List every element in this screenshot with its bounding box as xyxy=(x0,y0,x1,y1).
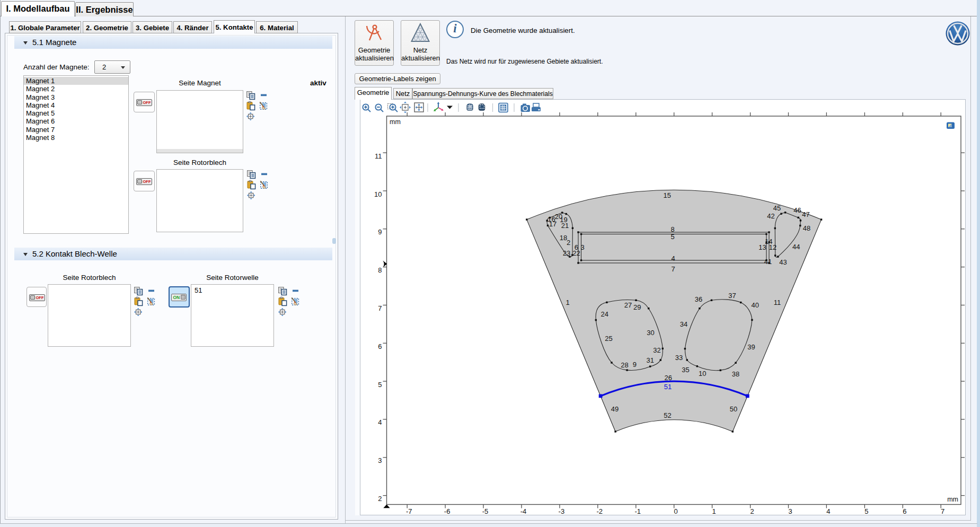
svg-text:4: 4 xyxy=(378,418,382,426)
svg-text:46: 46 xyxy=(793,206,801,214)
svg-text:11: 11 xyxy=(375,152,382,160)
svg-text:7: 7 xyxy=(941,507,944,515)
svg-text:5: 5 xyxy=(864,507,868,515)
svg-text:mm: mm xyxy=(947,496,958,503)
svg-text:21: 21 xyxy=(561,222,569,230)
svg-text:2: 2 xyxy=(750,507,754,515)
svg-text:24: 24 xyxy=(601,310,608,318)
svg-text:1: 1 xyxy=(566,298,569,306)
svg-text:32: 32 xyxy=(653,346,660,354)
svg-text:10: 10 xyxy=(699,370,706,377)
svg-text:8: 8 xyxy=(670,225,674,233)
svg-text:7: 7 xyxy=(671,265,675,273)
svg-text:43: 43 xyxy=(779,258,787,266)
svg-text:26: 26 xyxy=(665,374,672,382)
svg-text:1: 1 xyxy=(712,507,716,515)
svg-text:33: 33 xyxy=(675,354,683,362)
svg-text:17: 17 xyxy=(549,220,557,228)
svg-text:4: 4 xyxy=(671,254,675,262)
svg-text:37: 37 xyxy=(728,292,736,300)
svg-text:12: 12 xyxy=(769,243,776,251)
svg-text:3: 3 xyxy=(580,243,584,251)
svg-text:6: 6 xyxy=(378,342,382,350)
svg-text:-2: -2 xyxy=(597,507,603,515)
svg-text:48: 48 xyxy=(803,224,810,232)
svg-text:34: 34 xyxy=(680,320,687,328)
svg-text:2: 2 xyxy=(567,239,570,247)
svg-text:9: 9 xyxy=(633,361,637,368)
svg-text:29: 29 xyxy=(633,303,641,311)
svg-text:5: 5 xyxy=(378,381,382,389)
svg-text:-1: -1 xyxy=(635,507,641,515)
svg-text:44: 44 xyxy=(792,243,800,251)
svg-text:28: 28 xyxy=(621,361,628,369)
svg-text:13: 13 xyxy=(758,243,766,251)
svg-text:-7: -7 xyxy=(406,507,412,515)
svg-text:5: 5 xyxy=(670,233,674,241)
svg-text:45: 45 xyxy=(773,204,781,212)
svg-text:mm: mm xyxy=(390,118,401,126)
svg-text:3: 3 xyxy=(788,507,792,515)
svg-text:4: 4 xyxy=(826,507,830,515)
svg-text:11: 11 xyxy=(774,298,781,306)
svg-text:6: 6 xyxy=(903,507,906,515)
svg-text:15: 15 xyxy=(663,191,670,199)
svg-text:51: 51 xyxy=(664,383,672,391)
svg-text:3: 3 xyxy=(378,456,382,464)
svg-text:49: 49 xyxy=(611,405,619,413)
svg-text:22: 22 xyxy=(572,249,580,257)
svg-text:8: 8 xyxy=(378,266,382,274)
svg-text:27: 27 xyxy=(624,301,632,309)
svg-text:36: 36 xyxy=(695,295,702,303)
svg-text:31: 31 xyxy=(646,356,654,364)
svg-text:40: 40 xyxy=(752,301,759,309)
svg-text:-5: -5 xyxy=(482,507,489,515)
svg-text:47: 47 xyxy=(802,210,809,218)
svg-text:-4: -4 xyxy=(520,507,527,515)
svg-text:50: 50 xyxy=(730,405,737,413)
svg-text:42: 42 xyxy=(767,212,774,220)
svg-text:-3: -3 xyxy=(559,507,565,515)
svg-text:52: 52 xyxy=(664,411,671,419)
svg-text:9: 9 xyxy=(378,228,382,236)
svg-text:39: 39 xyxy=(747,343,755,351)
svg-text:23: 23 xyxy=(563,249,570,257)
svg-text:-6: -6 xyxy=(444,507,451,515)
svg-text:7: 7 xyxy=(378,304,382,312)
svg-text:35: 35 xyxy=(682,366,689,374)
svg-text:0: 0 xyxy=(674,507,678,515)
svg-text:30: 30 xyxy=(647,329,654,337)
svg-text:38: 38 xyxy=(732,370,739,378)
svg-text:25: 25 xyxy=(605,335,612,342)
svg-text:41: 41 xyxy=(764,258,772,266)
svg-text:2: 2 xyxy=(378,495,382,503)
svg-text:10: 10 xyxy=(374,190,382,198)
